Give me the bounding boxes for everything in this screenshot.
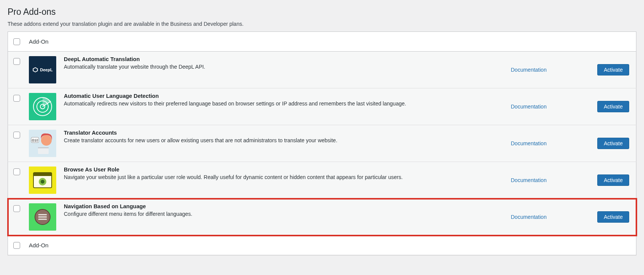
select-all-header [8,32,25,52]
addon-title: DeepL Automatic Translation [64,56,503,62]
addon-title: Translator Accounts [64,130,503,136]
addons-table: Add-On DeepL DeepL Automatic Translation… [8,31,636,255]
svg-point-6 [41,135,52,146]
documentation-link[interactable]: Documentation [511,140,547,146]
page-title: Pro Add-ons [8,7,636,17]
row-checkbox[interactable] [13,132,20,138]
table-row: DeepL DeepL Automatic Translation Automa… [8,52,636,88]
table-row: Automatic User Language Detection Automa… [8,88,636,125]
svg-point-15 [41,180,44,184]
addon-description: Automatically translate your website thr… [64,64,503,70]
select-all-checkbox[interactable] [13,38,20,45]
deepl-icon: DeepL [29,56,56,83]
page-subtitle: These addons extend your translation plu… [8,21,636,27]
select-all-footer [8,236,25,255]
select-all-checkbox-footer[interactable] [13,242,20,249]
addon-column-header: Add-On [25,32,636,52]
row-checkbox[interactable] [13,58,20,65]
row-checkbox[interactable] [13,205,20,212]
documentation-link[interactable]: Documentation [511,177,547,183]
table-row: 你好 Translator Accounts Create translator… [8,125,636,162]
addon-description: Automatically redirects new visitors to … [64,101,503,107]
browse-icon [29,167,56,194]
activate-button[interactable]: Activate [597,101,629,112]
activate-button[interactable]: Activate [597,64,629,75]
activate-button[interactable]: Activate [597,174,629,186]
documentation-link[interactable]: Documentation [511,104,547,110]
table-row: Browse As User Role Navigate your websit… [8,162,636,199]
svg-text:你好: 你好 [32,138,38,142]
addon-title: Automatic User Language Detection [64,93,503,99]
addon-column-footer: Add-On [25,236,636,255]
activate-button[interactable]: Activate [597,138,629,149]
radar-icon [29,93,56,120]
translator-icon: 你好 [29,130,56,157]
row-checkbox[interactable] [13,168,20,175]
table-row: Navigation Based on Language Configure d… [8,199,636,236]
svg-rect-8 [38,147,49,148]
row-checkbox[interactable] [13,95,20,102]
addon-description: Create translator accounts for new users… [64,137,503,143]
svg-rect-13 [33,173,52,176]
addon-title: Navigation Based on Language [64,203,503,209]
documentation-link[interactable]: Documentation [511,67,547,73]
menu-icon [29,203,56,231]
addon-description: Configure different menu items for diffe… [64,211,503,217]
addon-description: Navigate your website just like a partic… [64,174,503,180]
addon-title: Browse As User Role [64,167,503,173]
activate-button[interactable]: Activate [597,211,629,223]
documentation-link[interactable]: Documentation [511,214,547,220]
